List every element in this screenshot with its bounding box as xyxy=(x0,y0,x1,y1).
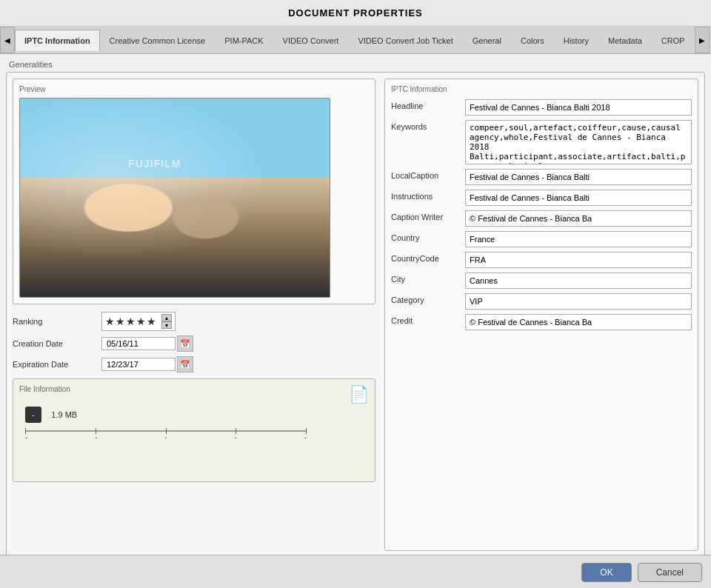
iptc-country-row: Country xyxy=(391,231,692,247)
iptc-country-code-label: CountryCode xyxy=(391,252,465,263)
iptc-local-caption-input[interactable] xyxy=(465,169,692,185)
iptc-instructions-row: Instructions xyxy=(391,190,692,206)
iptc-category-row: Category xyxy=(391,293,692,310)
cancel-button[interactable]: Cancel xyxy=(638,563,702,582)
iptc-credit-input[interactable] xyxy=(465,314,692,330)
slider-track[interactable] xyxy=(25,430,307,432)
main-content: Generalities Preview Ranking xyxy=(0,54,711,555)
iptc-local-caption-label: LocalCaption xyxy=(391,169,465,180)
tab-creative-common-license[interactable]: Creative Common License xyxy=(100,30,216,51)
iptc-caption-writer-row: Caption Writer xyxy=(391,210,692,227)
iptc-category-label: Category xyxy=(391,293,465,304)
bottom-bar: OK Cancel xyxy=(0,555,711,588)
iptc-caption-writer-input[interactable] xyxy=(465,210,692,227)
tab-pim-pack[interactable]: PIM-PACK xyxy=(215,30,273,51)
iptc-headline-row: Headline xyxy=(391,99,692,116)
creation-date-input[interactable] xyxy=(101,337,176,350)
iptc-section-label: IPTC Information xyxy=(391,85,692,93)
expiration-date-label: Expiration Date xyxy=(13,360,101,369)
iptc-keywords-row: Keywords compeer,soul,artefact,coiffeur,… xyxy=(391,120,692,164)
iptc-city-input[interactable] xyxy=(465,273,692,289)
iptc-country-input[interactable] xyxy=(465,231,692,247)
creation-date-row: Creation Date 📅 xyxy=(13,335,375,352)
creation-date-calendar-button[interactable]: 📅 xyxy=(177,335,193,352)
iptc-box: IPTC Information Headline Keywords compe… xyxy=(384,78,698,551)
left-panel: Preview Ranking ★★★★★ ▲ ▼ xyxy=(13,78,375,551)
iptc-credit-label: Credit xyxy=(391,314,465,325)
file-thumbnail[interactable]: - xyxy=(25,407,41,423)
expiration-date-row: Expiration Date 📅 xyxy=(13,356,375,372)
ranking-up[interactable]: ▲ xyxy=(161,314,172,321)
iptc-keywords-label: Keywords xyxy=(391,120,465,131)
title-text: DOCUMENT PROPERTIES xyxy=(288,7,423,19)
file-slider-area: - 1.9 MB - - - xyxy=(19,401,369,447)
right-panel: IPTC Information Headline Keywords compe… xyxy=(384,78,698,551)
iptc-caption-writer-label: Caption Writer xyxy=(391,210,465,221)
iptc-country-code-row: CountryCode xyxy=(391,252,692,268)
iptc-category-input[interactable] xyxy=(465,293,692,310)
file-size: 1.9 MB xyxy=(51,410,77,419)
iptc-instructions-label: Instructions xyxy=(391,190,465,201)
preview-label: Preview xyxy=(19,85,369,93)
tab-bar: ◀ IPTC Information Creative Common Licen… xyxy=(0,27,711,54)
ranking-row: Ranking ★★★★★ ▲ ▼ xyxy=(13,312,375,331)
tab-colors[interactable]: Colors xyxy=(511,30,554,51)
tab-history[interactable]: History xyxy=(554,30,598,51)
file-info-label: File Information xyxy=(19,385,369,393)
tab-video-convert[interactable]: VIDEO Convert xyxy=(273,30,349,51)
ok-button[interactable]: OK xyxy=(581,563,631,582)
creation-date-label: Creation Date xyxy=(13,339,101,348)
tab-general[interactable]: General xyxy=(463,30,511,51)
ranking-input-wrapper: ★★★★★ ▲ ▼ xyxy=(101,312,176,331)
document-icon: 📄 xyxy=(349,385,369,404)
tab-crop[interactable]: CROP xyxy=(652,30,695,51)
dialog-title: DOCUMENT PROPERTIES xyxy=(0,0,711,27)
slider-labels: - - - - - xyxy=(25,433,307,441)
preview-image xyxy=(19,98,330,298)
ranking-label: Ranking xyxy=(13,317,101,326)
file-info-box: File Information 📄 - 1.9 MB xyxy=(13,378,375,482)
tab-iptc-information[interactable]: IPTC Information xyxy=(15,30,100,51)
iptc-local-caption-row: LocalCaption xyxy=(391,169,692,185)
expiration-date-calendar-button[interactable]: 📅 xyxy=(177,356,193,372)
generalities-box: Preview Ranking ★★★★★ ▲ ▼ xyxy=(6,72,705,555)
generalities-label: Generalities xyxy=(6,60,705,69)
iptc-keywords-input[interactable]: compeer,soul,artefact,coiffeur,cause,cau… xyxy=(465,120,692,164)
iptc-credit-row: Credit xyxy=(391,314,692,330)
tab-nav-right[interactable]: ▶ xyxy=(695,27,710,53)
preview-box: Preview xyxy=(13,78,375,304)
expiration-date-input[interactable] xyxy=(101,358,176,371)
ranking-stars: ★★★★★ xyxy=(105,315,157,327)
iptc-country-label: Country xyxy=(391,231,465,242)
iptc-headline-label: Headline xyxy=(391,99,465,110)
tab-video-convert-job-ticket[interactable]: VIDEO Convert Job Ticket xyxy=(348,30,462,51)
tab-metadata[interactable]: Metadata xyxy=(598,30,652,51)
tab-nav-left[interactable]: ◀ xyxy=(0,27,15,53)
iptc-country-code-input[interactable] xyxy=(465,252,692,268)
iptc-city-row: City xyxy=(391,273,692,289)
iptc-headline-input[interactable] xyxy=(465,99,692,116)
iptc-instructions-input[interactable] xyxy=(465,190,692,206)
ranking-down[interactable]: ▼ xyxy=(161,321,172,329)
iptc-city-label: City xyxy=(391,273,465,284)
ranking-stepper[interactable]: ▲ ▼ xyxy=(161,314,172,329)
